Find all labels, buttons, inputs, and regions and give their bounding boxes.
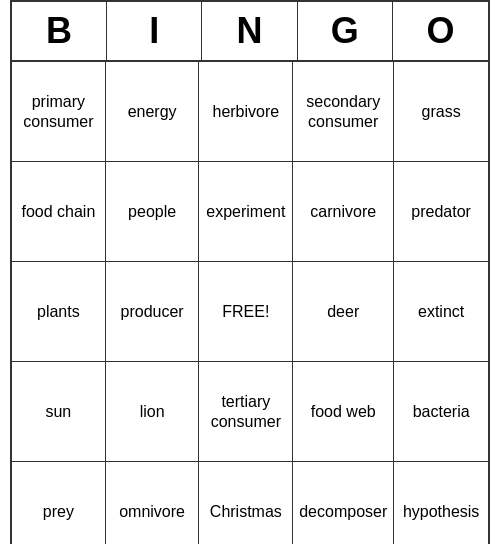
bingo-cell-5: food chain	[12, 162, 106, 262]
cell-text-6: people	[128, 202, 176, 221]
bingo-header: BINGO	[12, 2, 488, 62]
bingo-grid: primary consumerenergyherbivoresecondary…	[12, 62, 488, 544]
cell-text-0: primary consumer	[18, 92, 99, 130]
cell-text-14: extinct	[418, 302, 464, 321]
bingo-cell-1: energy	[106, 62, 200, 162]
cell-text-2: herbivore	[212, 102, 279, 121]
bingo-cell-4: grass	[394, 62, 488, 162]
bingo-cell-15: sun	[12, 362, 106, 462]
bingo-cell-10: plants	[12, 262, 106, 362]
bingo-cell-19: bacteria	[394, 362, 488, 462]
cell-text-13: deer	[327, 302, 359, 321]
bingo-cell-9: predator	[394, 162, 488, 262]
cell-text-19: bacteria	[413, 402, 470, 421]
bingo-cell-0: primary consumer	[12, 62, 106, 162]
cell-text-22: Christmas	[210, 502, 282, 521]
cell-text-7: experiment	[206, 202, 285, 221]
bingo-cell-16: lion	[106, 362, 200, 462]
cell-text-5: food chain	[21, 202, 95, 221]
bingo-cell-7: experiment	[199, 162, 293, 262]
cell-text-10: plants	[37, 302, 80, 321]
cell-text-12: FREE!	[222, 302, 269, 321]
bingo-cell-2: herbivore	[199, 62, 293, 162]
bingo-cell-13: deer	[293, 262, 394, 362]
cell-text-17: tertiary consumer	[205, 392, 286, 430]
header-letter-b: B	[12, 2, 107, 60]
cell-text-18: food web	[311, 402, 376, 421]
cell-text-9: predator	[411, 202, 471, 221]
bingo-cell-24: hypothesis	[394, 462, 488, 544]
bingo-card: BINGO primary consumerenergyherbivoresec…	[10, 0, 490, 544]
bingo-cell-21: omnivore	[106, 462, 200, 544]
bingo-cell-20: prey	[12, 462, 106, 544]
cell-text-4: grass	[422, 102, 461, 121]
cell-text-3: secondary consumer	[299, 92, 387, 130]
cell-text-23: decomposer	[299, 502, 387, 521]
cell-text-21: omnivore	[119, 502, 185, 521]
cell-text-11: producer	[121, 302, 184, 321]
cell-text-8: carnivore	[310, 202, 376, 221]
cell-text-1: energy	[128, 102, 177, 121]
bingo-cell-22: Christmas	[199, 462, 293, 544]
cell-text-24: hypothesis	[403, 502, 480, 521]
bingo-cell-12: FREE!	[199, 262, 293, 362]
bingo-cell-3: secondary consumer	[293, 62, 394, 162]
header-letter-n: N	[202, 2, 297, 60]
header-letter-i: I	[107, 2, 202, 60]
bingo-cell-11: producer	[106, 262, 200, 362]
header-letter-o: O	[393, 2, 488, 60]
cell-text-20: prey	[43, 502, 74, 521]
bingo-cell-6: people	[106, 162, 200, 262]
bingo-cell-8: carnivore	[293, 162, 394, 262]
cell-text-15: sun	[45, 402, 71, 421]
cell-text-16: lion	[140, 402, 165, 421]
bingo-cell-17: tertiary consumer	[199, 362, 293, 462]
bingo-cell-18: food web	[293, 362, 394, 462]
bingo-cell-23: decomposer	[293, 462, 394, 544]
header-letter-g: G	[298, 2, 393, 60]
bingo-cell-14: extinct	[394, 262, 488, 362]
